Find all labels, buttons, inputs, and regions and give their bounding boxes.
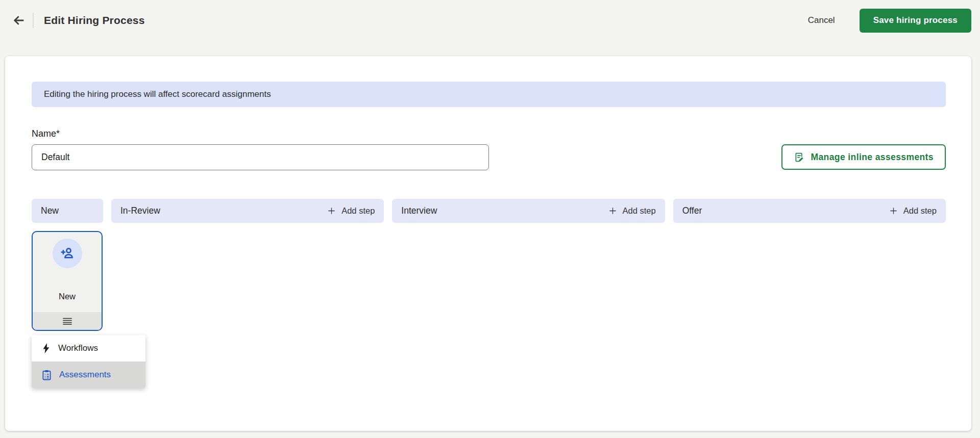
step-drag-handle[interactable] — [33, 312, 102, 330]
add-step-label: Add step — [903, 206, 937, 216]
editor-card: Editing the hiring process will affect s… — [5, 56, 971, 431]
step-type-menu: Workflows Assessments — [32, 335, 145, 388]
save-hiring-process-button[interactable]: Save hiring process — [860, 9, 971, 33]
stage-column-label: In-Review — [120, 205, 160, 216]
info-banner-text: Editing the hiring process will affect s… — [44, 89, 271, 99]
document-edit-icon — [794, 152, 804, 163]
add-step-button-in-review[interactable]: Add step — [327, 203, 375, 219]
name-input[interactable] — [32, 144, 489, 170]
back-button[interactable] — [7, 9, 31, 32]
person-add-icon — [60, 246, 75, 261]
arrow-left-icon — [12, 13, 26, 28]
manage-inline-assessments-button[interactable]: Manage inline assessments — [781, 144, 946, 170]
stage-column-label: Interview — [401, 205, 437, 216]
info-banner: Editing the hiring process will affect s… — [32, 82, 946, 107]
plus-icon — [608, 207, 617, 215]
add-step-label: Add step — [341, 206, 375, 216]
top-bar: Edit Hiring Process Cancel Save hiring p… — [0, 0, 980, 41]
stage-column-label: Offer — [682, 205, 702, 216]
clipboard-icon — [42, 370, 52, 380]
manage-inline-assessments-label: Manage inline assessments — [811, 152, 934, 163]
board-area: New Workflows — [32, 231, 946, 331]
stage-column-label: New — [41, 205, 59, 216]
stage-column-interview: Interview Add step — [392, 199, 665, 223]
step-card-label: New — [59, 292, 76, 301]
menu-item-assessments[interactable]: Assessments — [32, 362, 145, 388]
add-step-button-offer[interactable]: Add step — [889, 203, 937, 219]
menu-item-label: Workflows — [58, 343, 98, 353]
name-field-label: Name* — [32, 128, 946, 139]
header-divider — [33, 13, 34, 28]
menu-lines-icon — [62, 317, 72, 325]
menu-item-label: Assessments — [59, 370, 111, 380]
add-step-button-interview[interactable]: Add step — [608, 203, 656, 219]
cancel-button[interactable]: Cancel — [796, 9, 847, 32]
plus-icon — [889, 207, 898, 215]
step-avatar — [53, 239, 82, 268]
menu-item-workflows[interactable]: Workflows — [32, 335, 145, 362]
step-card-new[interactable]: New — [32, 231, 103, 331]
page-title: Edit Hiring Process — [44, 14, 145, 27]
stage-columns: New In-Review Add step Interview Add ste… — [32, 199, 946, 223]
stage-column-in-review: In-Review Add step — [111, 199, 384, 223]
add-step-label: Add step — [623, 206, 656, 216]
lightning-icon — [42, 343, 51, 353]
stage-column-new: New — [32, 199, 103, 223]
plus-icon — [327, 207, 336, 215]
stage-column-offer: Offer Add step — [673, 199, 946, 223]
